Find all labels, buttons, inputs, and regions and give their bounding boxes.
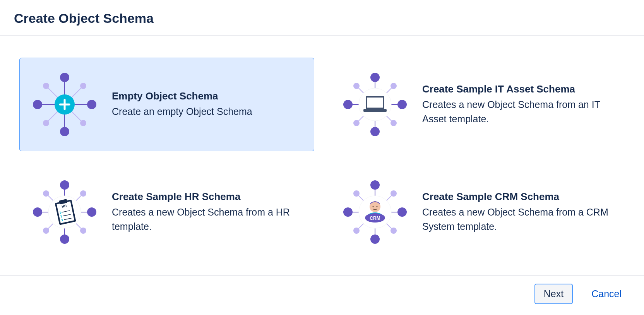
- svg-rect-37: [367, 98, 383, 108]
- svg-rect-38: [363, 109, 387, 112]
- svg-point-78: [391, 228, 397, 234]
- dialog-header: Create Object Schema: [0, 0, 644, 36]
- svg-point-27: [370, 73, 380, 82]
- create-object-schema-dialog: Create Object Schema: [0, 0, 644, 315]
- svg-point-8: [60, 73, 69, 82]
- option-title: Empty Object Schema: [112, 90, 304, 102]
- option-desc: Creates a new Object Schema from an IT A…: [422, 98, 614, 126]
- option-text: Create Sample IT Asset Schema Creates a …: [422, 83, 614, 126]
- option-text: Create Sample HR Schema Creates a new Ob…: [112, 191, 304, 233]
- option-desc: Create an empty Object Schema: [112, 104, 304, 118]
- next-button[interactable]: Next: [534, 284, 573, 304]
- empty-schema-icon: [30, 70, 99, 139]
- svg-point-73: [343, 207, 353, 217]
- svg-point-77: [353, 228, 360, 234]
- svg-text:CRM: CRM: [370, 216, 380, 221]
- svg-point-34: [391, 120, 397, 126]
- option-desc: Creates a new Object Schema from a HR te…: [112, 205, 304, 233]
- option-hr-schema[interactable]: HR Create Sample HR Schema: [19, 165, 314, 259]
- svg-point-15: [80, 120, 86, 126]
- option-title: Create Sample IT Asset Schema: [422, 83, 614, 95]
- svg-point-82: [377, 206, 378, 207]
- svg-point-10: [33, 100, 42, 109]
- crm-schema-icon: CRM: [340, 177, 410, 247]
- svg-point-29: [343, 100, 353, 109]
- svg-point-48: [60, 235, 69, 244]
- svg-point-53: [43, 228, 49, 234]
- svg-point-54: [80, 228, 86, 234]
- options-grid: Empty Object Schema Create an empty Obje…: [19, 58, 625, 259]
- option-desc: Creates a new Object Schema from a CRM S…: [422, 205, 614, 233]
- svg-point-9: [60, 127, 69, 136]
- option-title: Create Sample CRM Schema: [422, 191, 614, 203]
- svg-point-71: [370, 180, 380, 190]
- svg-point-13: [80, 83, 86, 89]
- option-it-asset-schema[interactable]: Create Sample IT Asset Schema Creates a …: [330, 58, 625, 151]
- svg-point-33: [353, 120, 360, 126]
- hr-schema-icon: HR: [30, 177, 99, 247]
- svg-point-75: [353, 190, 360, 197]
- option-crm-schema[interactable]: CRM Create Sample CRM Schema Creates a n…: [330, 165, 625, 259]
- svg-point-31: [353, 83, 360, 89]
- svg-point-12: [43, 83, 49, 89]
- svg-point-32: [391, 83, 397, 89]
- svg-point-30: [397, 100, 407, 109]
- svg-point-76: [391, 190, 397, 197]
- svg-point-51: [43, 190, 49, 197]
- svg-point-49: [33, 207, 42, 217]
- dialog-title: Create Object Schema: [14, 11, 630, 26]
- svg-point-72: [370, 235, 380, 244]
- svg-point-14: [43, 120, 49, 126]
- option-empty-schema[interactable]: Empty Object Schema Create an empty Obje…: [19, 58, 314, 151]
- option-text: Empty Object Schema Create an empty Obje…: [112, 90, 304, 118]
- cancel-button[interactable]: Cancel: [583, 284, 630, 303]
- svg-point-11: [87, 100, 96, 109]
- svg-point-28: [370, 127, 380, 136]
- dialog-footer: Next Cancel: [0, 275, 644, 315]
- option-text: Create Sample CRM Schema Creates a new O…: [422, 191, 614, 233]
- option-title: Create Sample HR Schema: [112, 191, 304, 203]
- svg-point-74: [397, 207, 407, 217]
- dialog-body: Empty Object Schema Create an empty Obje…: [0, 36, 644, 275]
- svg-point-50: [87, 207, 96, 217]
- svg-point-81: [373, 206, 374, 207]
- svg-point-47: [60, 180, 69, 190]
- svg-point-52: [80, 190, 86, 197]
- it-asset-schema-icon: [340, 70, 410, 139]
